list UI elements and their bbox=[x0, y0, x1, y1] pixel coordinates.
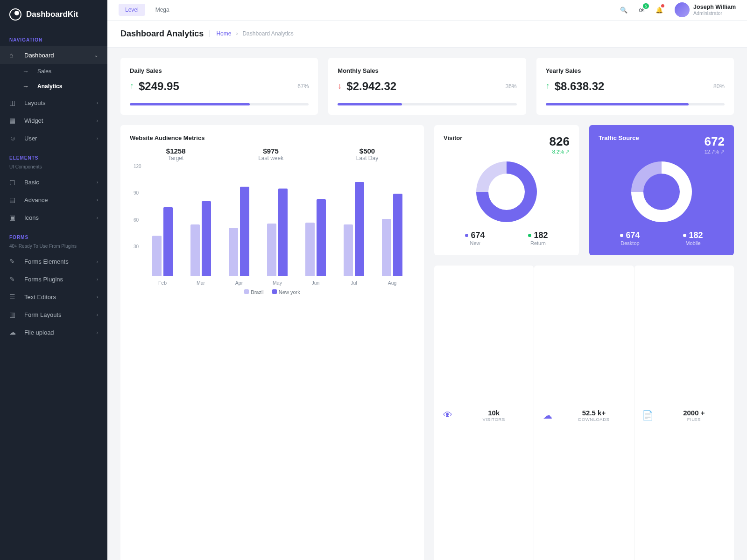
chevron-right-icon: › bbox=[97, 312, 98, 317]
bar-brazil bbox=[267, 224, 276, 276]
sidebar-item-analytics[interactable]: →Analytics bbox=[13, 79, 107, 94]
chevron-right-icon: › bbox=[97, 330, 98, 335]
x-label: Apr bbox=[235, 280, 243, 286]
legend-swatch bbox=[244, 289, 249, 294]
bar-group: Jul bbox=[341, 182, 367, 276]
visitor-value: 826 bbox=[550, 134, 570, 149]
x-label: Jul bbox=[351, 280, 357, 286]
sales-card: Yearly Sales ↑ $8.638.32 80% bbox=[536, 58, 734, 115]
cart-badge: 5 bbox=[643, 3, 649, 9]
search-button[interactable]: 🔍 bbox=[615, 1, 633, 19]
sidebar: DashboardKit NAVIGATION ⌂Dashboard⌄ →Sal… bbox=[0, 0, 107, 560]
sidebar-item-advance[interactable]: ▤Advance› bbox=[0, 191, 107, 209]
chevron-down-icon: ⌄ bbox=[94, 53, 98, 58]
sales-title: Monthly Sales bbox=[338, 67, 516, 74]
topbar-pill-level[interactable]: Level bbox=[119, 4, 145, 16]
notifications-button[interactable]: 🔔 bbox=[650, 1, 668, 19]
user-name: Joseph William bbox=[693, 4, 736, 10]
x-label: May bbox=[273, 280, 282, 286]
breadcrumb-current: Dashboard Analytics bbox=[242, 30, 293, 37]
user-icon: ☺ bbox=[9, 134, 21, 142]
file-icon: 📄 bbox=[641, 410, 655, 421]
visitor-change: 8.2% ↗ bbox=[550, 149, 570, 155]
cart-button[interactable]: 🛍5 bbox=[633, 1, 650, 19]
sales-title: Daily Sales bbox=[130, 67, 309, 74]
sidebar-item-sales[interactable]: →Sales bbox=[13, 64, 107, 79]
brand[interactable]: DashboardKit bbox=[0, 0, 107, 29]
bar-brazil bbox=[305, 223, 315, 276]
y-tick: 90 bbox=[134, 190, 139, 196]
progress-fill bbox=[338, 103, 402, 105]
bar-newyork bbox=[163, 207, 173, 276]
wam-stat: $500Last Day bbox=[356, 147, 378, 161]
audience-bar-chart: 306090120FebMarAprMayJunJulAug bbox=[130, 169, 415, 276]
topbar-pill-mega[interactable]: Mega bbox=[149, 4, 176, 16]
logo-icon bbox=[9, 8, 21, 21]
visitor-card: Visitor 8268.2% ↗ 674New 182Return bbox=[434, 125, 579, 255]
bar-newyork bbox=[393, 194, 402, 276]
breadcrumb-home[interactable]: Home bbox=[216, 30, 231, 37]
arrow-down-icon: ↓ bbox=[338, 81, 342, 91]
main-area: Level Mega 🔍 🛍5 🔔 Joseph William Adminis… bbox=[107, 0, 747, 560]
bar-brazil bbox=[344, 224, 353, 276]
website-audience-card: Website Audience Metrics $1258Target$975… bbox=[120, 125, 424, 560]
bell-icon: 🔔 bbox=[655, 7, 663, 14]
traffic-change: 12.7% ↗ bbox=[705, 149, 725, 155]
bar-brazil bbox=[382, 219, 391, 276]
sidebar-item-file-upload[interactable]: ☁File upload› bbox=[0, 323, 107, 341]
sidebar-item-widget[interactable]: ▦Widget› bbox=[0, 112, 107, 129]
y-tick: 30 bbox=[134, 244, 139, 249]
x-label: Feb bbox=[158, 280, 167, 286]
wam-title: Website Audience Metrics bbox=[130, 134, 415, 141]
box-icon: ▢ bbox=[9, 178, 21, 186]
mini-stats-row: 👁10kVISITORS☁52.5 k+DOWNLOADS📄2000 +FILE… bbox=[434, 266, 734, 560]
sidebar-item-layouts[interactable]: ◫Layouts› bbox=[0, 94, 107, 112]
chevron-right-icon: › bbox=[97, 197, 98, 203]
content: Daily Sales ↑ $249.95 67% Monthly Sales … bbox=[107, 48, 747, 560]
layout-icon: ▥ bbox=[9, 311, 21, 318]
sales-card: Monthly Sales ↓ $2.942.32 36% bbox=[328, 58, 526, 115]
nav-section-navigation: NAVIGATION bbox=[0, 29, 107, 46]
legend-swatch bbox=[272, 289, 277, 294]
traffic-mobile: 182Mobile bbox=[683, 231, 703, 246]
sidebar-item-basic[interactable]: ▢Basic› bbox=[0, 173, 107, 191]
bar-newyork bbox=[355, 182, 364, 276]
wam-stats: $1258Target$975Last week$500Last Day bbox=[130, 147, 415, 161]
mini-stat: 👁10kVISITORS bbox=[434, 266, 534, 560]
y-tick: 120 bbox=[134, 164, 141, 169]
sales-value: $8.638.32 bbox=[555, 80, 605, 93]
y-tick: 60 bbox=[134, 217, 139, 223]
sidebar-item-form-layouts[interactable]: ▥Form Layouts› bbox=[0, 306, 107, 323]
sidebar-item-forms-elements[interactable]: ✎Forms Elements› bbox=[0, 252, 107, 270]
chevron-right-icon: › bbox=[97, 215, 98, 220]
chevron-right-icon: › bbox=[236, 30, 238, 37]
bar-newyork bbox=[202, 201, 211, 276]
grid-icon: ▤ bbox=[9, 196, 21, 203]
user-menu[interactable]: Joseph William Administrator bbox=[672, 2, 736, 17]
chevron-right-icon: › bbox=[97, 259, 98, 264]
arrow-up-icon: ↑ bbox=[130, 81, 134, 91]
sidebar-item-forms-plugins[interactable]: ✎Forms Plugins› bbox=[0, 270, 107, 288]
traffic-desktop: 674Desktop bbox=[620, 231, 640, 246]
x-label: Jun bbox=[312, 280, 320, 286]
sidebar-item-icons[interactable]: ▣Icons› bbox=[0, 209, 107, 226]
chart-legend: Brazil New york bbox=[130, 289, 415, 295]
sales-cards-row: Daily Sales ↑ $249.95 67% Monthly Sales … bbox=[120, 58, 734, 115]
sales-pct: 80% bbox=[713, 83, 725, 90]
traffic-value: 672 bbox=[705, 134, 725, 149]
avatar bbox=[675, 2, 690, 17]
widget-icon: ▦ bbox=[9, 117, 21, 124]
mini-stat: ☁52.5 k+DOWNLOADS bbox=[534, 266, 634, 560]
image-icon: ▣ bbox=[9, 214, 21, 221]
progress-fill bbox=[130, 103, 250, 105]
breadcrumb: Home › Dashboard Analytics bbox=[209, 30, 293, 37]
mini-stat: 📄2000 +FILES bbox=[634, 266, 734, 560]
wam-stat: $1258Target bbox=[166, 147, 186, 161]
sidebar-item-user[interactable]: ☺User› bbox=[0, 129, 107, 147]
sidebar-item-dashboard[interactable]: ⌂Dashboard⌄ bbox=[0, 46, 107, 64]
bar-group: Aug bbox=[379, 194, 405, 276]
pencil-icon: ✎ bbox=[9, 258, 21, 265]
visitor-return: 182Return bbox=[528, 231, 548, 246]
sidebar-item-text-editors[interactable]: ☰Text Editors› bbox=[0, 288, 107, 306]
arrow-up-icon: ↑ bbox=[546, 81, 550, 91]
